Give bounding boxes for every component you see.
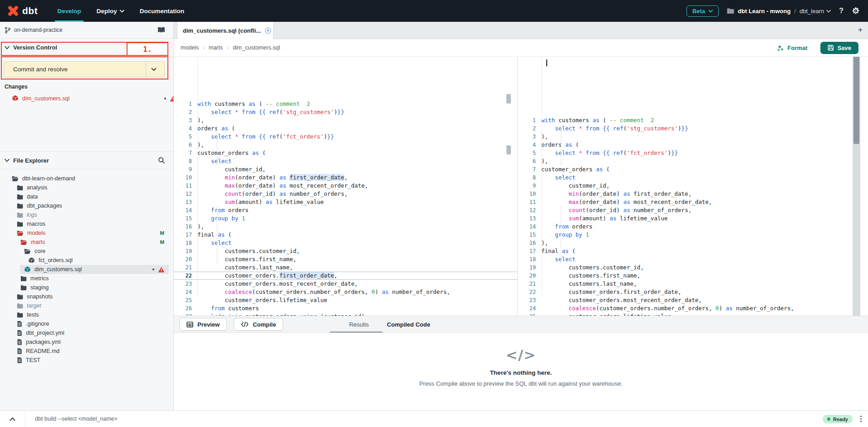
code-line-7[interactable]: 7customer_orders as ( bbox=[518, 165, 860, 174]
code-line-23[interactable]: 23 customer_orders.most_recent_order_dat… bbox=[174, 280, 517, 288]
code-line-2[interactable]: 2 select * from {{ ref('stg_customers')}… bbox=[174, 108, 517, 116]
code-line-22[interactable]: 22 customer_orders.first_order_date, bbox=[518, 288, 860, 296]
code-line-25[interactable]: 25 customer_orders.lifetime_value bbox=[174, 296, 517, 304]
tree-item-packages-yml[interactable]: packages.yml bbox=[0, 338, 173, 347]
docs-book-icon[interactable] bbox=[157, 27, 165, 33]
format-button[interactable]: Format bbox=[774, 44, 810, 52]
dbt-logo[interactable]: dbt bbox=[0, 0, 49, 22]
code-line-24[interactable]: 24 coalesce(customer_orders.number_of_or… bbox=[518, 304, 860, 313]
code-line-2[interactable]: 2 select * from {{ ref('stg_customers')}… bbox=[518, 124, 860, 133]
code-line-12[interactable]: 12 count(order_id) as number_of_orders, bbox=[518, 206, 860, 214]
code-line-18[interactable]: 18 select bbox=[174, 239, 517, 247]
code-line-4[interactable]: 4orders as ( bbox=[518, 141, 860, 149]
tree-item-tests[interactable]: tests bbox=[0, 310, 173, 319]
code-line-7[interactable]: 7customer_orders as ( bbox=[174, 149, 517, 157]
left-scrollbar-thumb[interactable] bbox=[506, 94, 511, 104]
code-line-4[interactable]: 4orders as ( bbox=[174, 124, 517, 133]
code-line-20[interactable]: 20 customers.first_name, bbox=[518, 272, 860, 280]
tree-item-readme-md[interactable]: README.md bbox=[0, 347, 173, 356]
tree-item-macros[interactable]: macros bbox=[0, 219, 173, 228]
code-line-12[interactable]: 12 count(order_id) as number_of_orders, bbox=[174, 190, 517, 198]
code-line-6[interactable]: 6), bbox=[518, 157, 860, 165]
tree-item-logs[interactable]: logs bbox=[0, 210, 173, 219]
tree-item-dbt-packages[interactable]: dbt_packages bbox=[0, 201, 173, 210]
code-line-17[interactable]: 17final as ( bbox=[518, 247, 860, 255]
tree-item-data[interactable]: data bbox=[0, 192, 173, 201]
code-line-1[interactable]: 1with customers as ( -- comment 2 bbox=[518, 116, 860, 124]
tab-dim-customers[interactable]: dim_customers.sql (confli... bbox=[177, 22, 274, 39]
code-line-22[interactable]: 22 customer_orders.first_order_date, bbox=[174, 272, 517, 280]
code-line-5[interactable]: 5 select * from {{ ref('fct_orders')}} bbox=[174, 133, 517, 141]
code-line-20[interactable]: 20 customers.first_name, bbox=[174, 255, 517, 263]
tree-item-models[interactable]: modelsM bbox=[0, 228, 173, 238]
nav-develop[interactable]: Develop bbox=[49, 0, 89, 22]
code-pane-right[interactable]: 1with customers as ( -- comment 22 selec… bbox=[518, 57, 860, 316]
code-line-9[interactable]: 9 customer_id, bbox=[518, 182, 860, 190]
code-line-11[interactable]: 11 max(order_date) as most_recent_order_… bbox=[518, 198, 860, 206]
code-line-19[interactable]: 19 customers.customer_id, bbox=[174, 247, 517, 255]
nav-deploy[interactable]: Deploy bbox=[89, 0, 132, 22]
project-name[interactable]: dbt_learn bbox=[799, 8, 831, 15]
save-button[interactable]: Save bbox=[820, 42, 858, 54]
tree-item-fct-orders-sql[interactable]: fct_orders.sql bbox=[0, 256, 173, 265]
code-line-3[interactable]: 3), bbox=[174, 116, 517, 124]
code-line-11[interactable]: 11 max(order_date) as most_recent_order_… bbox=[174, 182, 517, 190]
breadcrumb-file[interactable]: dim_customers.sql bbox=[233, 45, 280, 51]
commit-and-resolve-button[interactable]: Commit and resolve bbox=[4, 61, 165, 77]
ide-status-badge[interactable]: Ready bbox=[823, 415, 853, 423]
tree-item-dim-customers-sql[interactable]: dim_customers.sql bbox=[0, 265, 173, 274]
code-line-21[interactable]: 21 customers.last_name, bbox=[174, 263, 517, 272]
scrollbar-thumb[interactable] bbox=[853, 57, 859, 144]
code-line-5[interactable]: 5 select * from {{ ref('fct_orders')}} bbox=[518, 149, 860, 157]
tree-item-analysis[interactable]: analysis bbox=[0, 183, 173, 192]
code-line-8[interactable]: 8 select bbox=[174, 157, 517, 165]
nav-documentation[interactable]: Documentation bbox=[132, 0, 192, 22]
code-line-27[interactable]: 27 left join customer_orders using (cust… bbox=[174, 313, 517, 316]
code-line-24[interactable]: 24 coalesce(customer_orders.number_of_or… bbox=[174, 288, 517, 296]
command-input[interactable]: dbt build --select <model_name> bbox=[35, 416, 118, 422]
file-explorer-header[interactable]: File Explorer bbox=[0, 151, 173, 169]
breadcrumb-marts[interactable]: marts bbox=[209, 45, 223, 51]
code-line-1[interactable]: 1with customers as ( -- comment 2 bbox=[174, 100, 517, 108]
expand-panel-chevron[interactable] bbox=[0, 411, 25, 427]
file-search-icon[interactable] bbox=[158, 157, 165, 164]
changed-file-row[interactable]: dim_customers.sql bbox=[0, 94, 185, 104]
kebab-menu-icon[interactable] bbox=[857, 414, 864, 423]
help-icon[interactable]: ? bbox=[839, 7, 843, 15]
code-line-15[interactable]: 15 group by 1 bbox=[518, 231, 860, 239]
code-line-8[interactable]: 8 select bbox=[518, 174, 860, 182]
new-tab-button[interactable]: + bbox=[858, 25, 863, 35]
tree-item--gitignore[interactable]: .gitignore bbox=[0, 319, 173, 328]
vertical-scrollbar[interactable] bbox=[853, 57, 860, 316]
code-line-15[interactable]: 15 group by 1 bbox=[174, 214, 517, 223]
code-line-10[interactable]: 10 min(order_date) as first_order_date, bbox=[518, 190, 860, 198]
code-line-9[interactable]: 9 customer_id, bbox=[174, 165, 517, 174]
tree-item-target[interactable]: target bbox=[0, 301, 173, 310]
preview-button[interactable]: Preview bbox=[179, 318, 227, 331]
code-line-18[interactable]: 18 select bbox=[518, 255, 860, 263]
breadcrumb-models[interactable]: models bbox=[181, 45, 199, 51]
tree-item-dbt-project-yml[interactable]: dbt_project.yml bbox=[0, 328, 173, 338]
code-line-23[interactable]: 23 customer_orders.most_recent_order_dat… bbox=[518, 296, 860, 304]
tree-item-snapshots[interactable]: snapshots bbox=[0, 292, 173, 301]
code-line-3[interactable]: 3), bbox=[518, 133, 860, 141]
beta-dropdown[interactable]: Beta bbox=[687, 5, 719, 17]
account-project-switcher[interactable]: dbt Learn - mwong / dbt_learn bbox=[727, 8, 831, 15]
code-line-13[interactable]: 13 sum(amount) as lifetime_value bbox=[174, 198, 517, 206]
tab-results[interactable]: Results bbox=[349, 321, 368, 328]
compile-button[interactable]: Compile bbox=[234, 318, 283, 331]
code-line-16[interactable]: 16), bbox=[174, 223, 517, 231]
code-line-16[interactable]: 16), bbox=[518, 239, 860, 247]
commit-button-dropdown[interactable] bbox=[146, 62, 162, 76]
code-line-14[interactable]: 14 from orders bbox=[518, 223, 860, 231]
code-line-13[interactable]: 13 sum(amount) as lifetime_value bbox=[518, 214, 860, 223]
code-line-6[interactable]: 6), bbox=[174, 141, 517, 149]
gear-icon[interactable] bbox=[852, 7, 860, 15]
code-line-21[interactable]: 21 customers.last_name, bbox=[518, 280, 860, 288]
code-line-25[interactable]: 25 customer_orders.lifetime_value bbox=[518, 313, 860, 316]
code-line-26[interactable]: 26 from customers bbox=[174, 304, 517, 313]
tree-item-metrics[interactable]: metrics bbox=[0, 274, 173, 283]
tree-item-core[interactable]: core bbox=[0, 247, 173, 256]
tree-item-staging[interactable]: staging bbox=[0, 283, 173, 292]
tree-item-test[interactable]: TEST bbox=[0, 356, 173, 365]
